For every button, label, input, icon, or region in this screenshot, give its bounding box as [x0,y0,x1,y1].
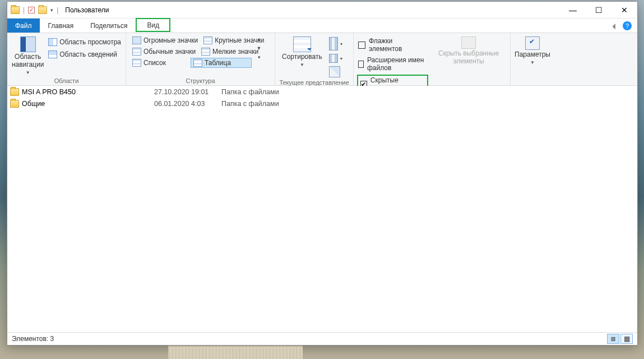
ribbon-group-current-view: Сортировать ▼ ▾ ▾ Текущее представление [275,33,354,85]
folder-icon [10,88,19,96]
details-pane-button[interactable]: Область сведений [47,50,122,59]
checkbox-icon [358,61,364,68]
chevron-down-icon: ▼ [26,70,30,75]
maximize-button[interactable]: ☐ [586,2,611,19]
quick-access-toolbar: | ✓ ▾ | [7,6,62,14]
open-folder-icon[interactable] [38,6,47,14]
hide-selected-button: Скрыть выбранные элементы [430,35,507,67]
qat-separator: | [23,6,25,14]
file-name: Общие [22,100,154,108]
chevron-up-icon: ▲ [257,36,262,42]
qat-dropdown-icon[interactable]: ▾ [50,7,53,13]
minimize-ribbon-icon[interactable]: ⏴ [610,21,618,30]
size-columns-button[interactable] [328,66,344,78]
checkbox-item-flags[interactable]: Флажки элементов [357,36,428,53]
nav-pane-button[interactable]: Область навигации ▼ [11,35,45,76]
sort-label: Сортировать [282,53,322,61]
folder-icon [10,100,19,108]
current-view-group-label: Текущее представление [279,78,350,86]
group-by-button[interactable]: ▾ [328,36,344,51]
sort-button[interactable]: Сортировать ▼ [279,35,326,68]
chevron-down-icon: ▼ [300,62,304,67]
list-icon [132,59,141,67]
size-columns-icon [329,66,340,77]
preview-pane-button[interactable]: Область просмотра [47,38,122,47]
huge-icons-icon [132,36,141,44]
ribbon-group-panes: Область навигации ▼ Область просмотра Об… [7,33,126,85]
close-button[interactable]: ✕ [611,2,637,19]
layout-group-label: Структура [129,76,271,84]
tab-share[interactable]: Поделиться [82,19,136,33]
details-pane-icon [48,50,57,58]
layout-small-icons[interactable]: Мелкие значки [198,47,261,57]
list-item[interactable]: MSI A PRO B450 27.10.2020 19:01 Папка с … [7,86,637,98]
layout-table[interactable]: Таблица [191,58,252,68]
minimize-button[interactable]: — [560,2,586,19]
file-type: Папка с файлами [221,100,305,108]
ribbon: Область навигации ▼ Область просмотра Об… [7,33,637,86]
tab-home[interactable]: Главная [40,19,82,33]
chevron-down-icon: ▾ [340,42,342,47]
checkbox-icon [358,42,365,49]
item-count: Элементов: 3 [12,335,54,343]
chevron-down-icon: ▼ [530,60,535,65]
view-switcher: ≣ ▦ [607,334,633,344]
layout-scroll[interactable]: ▲ ▼ ▾ [254,35,263,61]
medium-icons-icon [132,48,141,56]
panes-group-label: Области [11,76,122,84]
list-item[interactable]: Общие 06.01.2020 4:03 Папка с файлами [7,98,637,109]
titlebar: | ✓ ▾ | Пользователи — ☐ ✕ [7,2,637,19]
layout-medium-icons[interactable]: Обычные значки [129,47,198,57]
tab-file[interactable]: Файл [7,19,40,33]
group-by-icon [329,37,338,50]
qat-separator: | [57,6,58,14]
ribbon-tabs: Файл Главная Поделиться Вид ⏴ ? [7,19,637,33]
options-button[interactable]: Параметры ▼ [514,35,551,66]
layout-huge-icons[interactable]: Огромные значки [129,35,201,45]
small-icons-icon [201,48,210,56]
chevron-down-icon: ▾ [340,56,342,61]
ribbon-group-options: Параметры ▼ [511,33,554,85]
ribbon-group-layout: Огромные значки Крупные значки Обычные з… [126,33,275,85]
nav-pane-icon [20,36,36,52]
status-bar: Элементов: 3 ≣ ▦ [7,332,637,345]
large-icons-icon [203,36,212,44]
layout-list[interactable]: Список [129,58,191,68]
options-label: Параметры [515,51,550,59]
file-date: 06.01.2020 4:03 [154,100,221,108]
window-controls: — ☐ ✕ [560,2,637,19]
sort-icon [293,36,311,52]
hide-selected-label: Скрыть выбранные элементы [434,50,503,66]
file-date: 27.10.2020 19:01 [154,88,221,96]
view-large-button[interactable]: ▦ [620,334,633,344]
checkbox-extensions[interactable]: Расширения имен файлов [357,56,428,72]
options-icon [525,36,540,50]
file-type: Папка с файлами [221,88,305,96]
desktop-background-object [168,346,303,359]
details-pane-label: Область сведений [59,50,117,58]
table-icon [193,59,202,67]
preview-pane-icon [48,38,57,46]
preview-pane-label: Область просмотра [59,38,121,46]
add-columns-icon [329,54,338,63]
add-columns-button[interactable]: ▾ [328,53,344,63]
nav-pane-label: Область навигации [12,53,44,69]
window-title: Пользователи [65,6,109,14]
folder-icon [11,6,20,14]
tab-view[interactable]: Вид [136,18,170,32]
explorer-window: | ✓ ▾ | Пользователи — ☐ ✕ Файл Главная … [7,1,638,346]
hide-selected-icon [461,36,476,49]
properties-icon[interactable]: ✓ [28,7,35,13]
chevron-down-icon: ▼ [257,45,262,51]
file-list[interactable]: MSI A PRO B450 27.10.2020 19:01 Папка с … [7,86,637,332]
ribbon-group-show-hide: Флажки элементов Расширения имен файлов … [354,33,511,85]
chevron-down-icon: ▾ [258,54,261,60]
view-details-button[interactable]: ≣ [607,334,619,344]
file-name: MSI A PRO B450 [22,88,154,96]
help-icon[interactable]: ? [623,21,632,30]
